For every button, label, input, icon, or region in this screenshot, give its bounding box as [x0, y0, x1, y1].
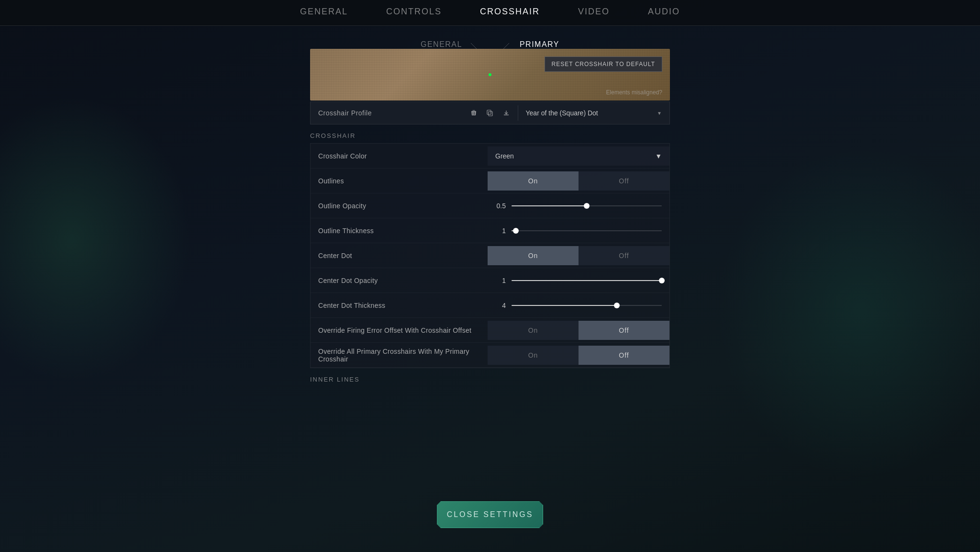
bg-decoration-left: [0, 96, 191, 383]
nav-item-video[interactable]: VIDEO: [578, 7, 610, 19]
close-settings-button[interactable]: CLOSE SETTINGS: [437, 501, 543, 528]
setting-outline-opacity: Outline Opacity 0.5: [311, 193, 669, 218]
svg-rect-2: [489, 112, 492, 116]
copy-icon: [486, 109, 494, 117]
nav-item-audio[interactable]: AUDIO: [648, 7, 680, 19]
elements-misaligned-link[interactable]: Elements misaligned?: [606, 89, 662, 96]
crosshair-preview: RESET CROSSHAIR TO DEFAULT Elements misa…: [310, 49, 670, 101]
top-nav: GENERAL CONTROLS CROSSHAIR VIDEO AUDIO: [0, 0, 980, 26]
profile-dropdown[interactable]: Year of the (Square) Dot ▼: [518, 109, 670, 117]
crosshair-color-label: Crosshair Color: [311, 152, 488, 160]
center-dot-thickness-slider[interactable]: [512, 305, 669, 306]
center-dot-opacity-value: 1: [488, 277, 512, 284]
profile-label: Crosshair Profile: [311, 109, 462, 117]
center-dot-label: Center Dot: [311, 252, 488, 259]
crosshair-dot: [489, 73, 491, 76]
reset-crosshair-button[interactable]: RESET CROSSHAIR TO DEFAULT: [545, 56, 663, 72]
slider-fill: [512, 205, 587, 206]
outlines-off-button[interactable]: Off: [579, 171, 669, 191]
override-all-primary-toggle-group: On Off: [488, 346, 669, 365]
override-all-primary-label: Override All Primary Crosshairs With My …: [311, 348, 488, 363]
setting-center-dot-thickness: Center Dot Thickness 4: [311, 293, 669, 318]
slider-track-2: [512, 230, 662, 231]
outline-thickness-value: 1: [488, 227, 512, 235]
outline-thickness-control: 1: [488, 227, 669, 235]
bg-decoration-right: [717, 144, 980, 479]
slider-thumb-4[interactable]: [614, 303, 620, 308]
setting-outlines: Outlines On Off: [311, 169, 669, 193]
outlines-control: On Off: [488, 171, 669, 191]
crosshair-section-header: CROSSHAIR: [310, 124, 670, 143]
crosshair-color-dropdown[interactable]: Green ▼: [488, 146, 669, 166]
outline-thickness-slider[interactable]: [512, 230, 669, 231]
profile-row: Crosshair Profile: [310, 101, 670, 124]
slider-thumb-3[interactable]: [659, 278, 665, 283]
override-firing-on-button[interactable]: On: [488, 321, 579, 340]
import-icon: [502, 109, 510, 117]
center-dot-thickness-value: 4: [488, 302, 512, 309]
slider-fill-4: [512, 305, 617, 306]
center-dot-opacity-label: Center Dot Opacity: [311, 277, 488, 284]
center-column: RESET CROSSHAIR TO DEFAULT Elements misa…: [310, 49, 670, 387]
setting-outline-thickness: Outline Thickness 1: [311, 218, 669, 243]
svg-rect-3: [487, 110, 491, 114]
crosshair-color-control: Green ▼: [488, 146, 669, 166]
setting-override-all-primary: Override All Primary Crosshairs With My …: [311, 343, 669, 368]
override-firing-off-button[interactable]: Off: [579, 321, 669, 340]
profile-selected-value: Year of the (Square) Dot: [526, 109, 598, 117]
outlines-toggle-group: On Off: [488, 171, 669, 191]
settings-list: Crosshair Color Green ▼ Outlines On Off: [310, 143, 670, 368]
nav-item-general[interactable]: GENERAL: [300, 7, 348, 19]
crosshair-color-value: Green: [495, 152, 514, 160]
outline-thickness-label: Outline Thickness: [311, 227, 488, 235]
outlines-label: Outlines: [311, 177, 488, 185]
setting-center-dot: Center Dot On Off: [311, 243, 669, 268]
center-dot-opacity-slider[interactable]: [512, 280, 669, 281]
outlines-on-button[interactable]: On: [488, 171, 579, 191]
center-dot-control: On Off: [488, 246, 669, 265]
outline-opacity-control: 0.5: [488, 202, 669, 210]
sub-nav-wrapper: GENERAL PRIMARY: [310, 31, 670, 49]
slider-fill-3: [512, 280, 662, 281]
setting-crosshair-color: Crosshair Color Green ▼: [311, 144, 669, 169]
import-profile-button[interactable]: [499, 105, 514, 121]
override-all-on-button[interactable]: On: [488, 346, 579, 365]
center-dot-thickness-label: Center Dot Thickness: [311, 302, 488, 309]
slider-track-3: [512, 280, 662, 281]
outline-opacity-slider[interactable]: [512, 205, 669, 206]
center-dot-on-button[interactable]: On: [488, 246, 579, 265]
setting-override-firing-error: Override Firing Error Offset With Crossh…: [311, 318, 669, 343]
sub-nav: GENERAL PRIMARY: [310, 31, 670, 49]
outline-opacity-value: 0.5: [488, 202, 512, 210]
override-firing-error-label: Override Firing Error Offset With Crossh…: [311, 327, 488, 334]
trash-icon: [470, 109, 478, 117]
nav-item-controls[interactable]: CONTROLS: [386, 7, 442, 19]
setting-center-dot-opacity: Center Dot Opacity 1: [311, 268, 669, 293]
copy-profile-button[interactable]: [482, 105, 498, 121]
slider-track-4: [512, 305, 662, 306]
override-firing-error-toggle-group: On Off: [488, 321, 669, 340]
slider-thumb[interactable]: [584, 203, 590, 209]
sub-nav-general[interactable]: GENERAL: [421, 40, 462, 49]
center-dot-thickness-control: 4: [488, 302, 669, 309]
preview-wrapper: RESET CROSSHAIR TO DEFAULT Elements misa…: [310, 49, 670, 101]
center-dot-off-button[interactable]: Off: [579, 246, 669, 265]
main-container: GENERAL CONTROLS CROSSHAIR VIDEO AUDIO G…: [0, 0, 980, 552]
nav-item-crosshair[interactable]: CROSSHAIR: [480, 7, 540, 19]
delete-profile-button[interactable]: [466, 105, 481, 121]
dropdown-arrow-icon: ▼: [657, 111, 662, 116]
slider-thumb-2[interactable]: [513, 228, 519, 234]
center-dot-toggle-group: On Off: [488, 246, 669, 265]
outline-opacity-label: Outline Opacity: [311, 202, 488, 210]
center-dot-opacity-control: 1: [488, 277, 669, 284]
color-dropdown-arrow: ▼: [655, 152, 662, 160]
override-firing-error-control: On Off: [488, 321, 669, 340]
sub-nav-primary[interactable]: PRIMARY: [520, 40, 559, 49]
slider-track: [512, 205, 662, 206]
profile-icons: [462, 105, 518, 121]
override-all-off-button[interactable]: Off: [579, 346, 669, 365]
inner-lines-section-header: INNER LINES: [310, 368, 670, 387]
override-all-primary-control: On Off: [488, 346, 669, 365]
